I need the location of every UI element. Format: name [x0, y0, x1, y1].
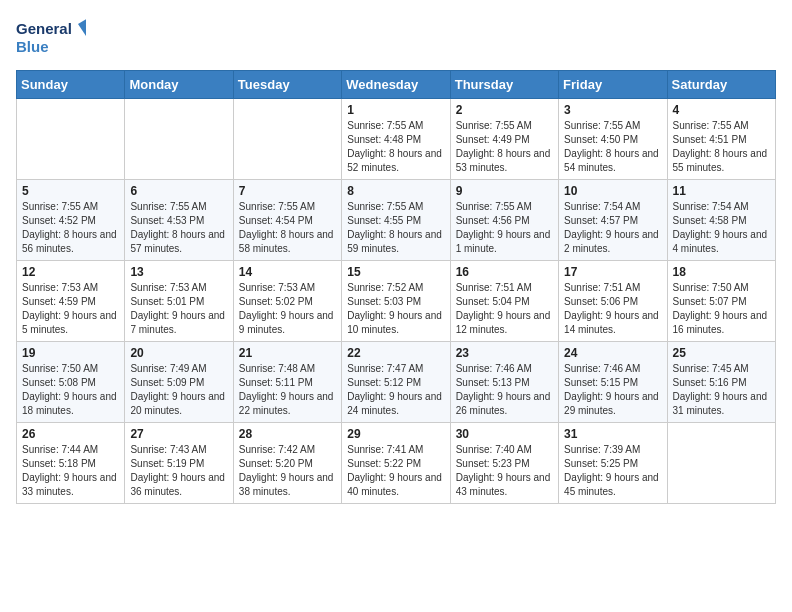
day-info: Sunrise: 7:55 AM Sunset: 4:50 PM Dayligh…	[564, 119, 661, 175]
day-number: 9	[456, 184, 553, 198]
day-info: Sunrise: 7:51 AM Sunset: 5:04 PM Dayligh…	[456, 281, 553, 337]
calendar-cell	[17, 99, 125, 180]
day-info: Sunrise: 7:51 AM Sunset: 5:06 PM Dayligh…	[564, 281, 661, 337]
calendar-cell: 22Sunrise: 7:47 AM Sunset: 5:12 PM Dayli…	[342, 342, 450, 423]
day-info: Sunrise: 7:49 AM Sunset: 5:09 PM Dayligh…	[130, 362, 227, 418]
day-number: 30	[456, 427, 553, 441]
calendar-cell: 19Sunrise: 7:50 AM Sunset: 5:08 PM Dayli…	[17, 342, 125, 423]
day-info: Sunrise: 7:41 AM Sunset: 5:22 PM Dayligh…	[347, 443, 444, 499]
logo-svg: General Blue	[16, 16, 86, 60]
day-info: Sunrise: 7:46 AM Sunset: 5:15 PM Dayligh…	[564, 362, 661, 418]
calendar-cell: 12Sunrise: 7:53 AM Sunset: 4:59 PM Dayli…	[17, 261, 125, 342]
day-info: Sunrise: 7:55 AM Sunset: 4:56 PM Dayligh…	[456, 200, 553, 256]
day-info: Sunrise: 7:53 AM Sunset: 4:59 PM Dayligh…	[22, 281, 119, 337]
page-header: General Blue	[16, 16, 776, 60]
day-number: 21	[239, 346, 336, 360]
day-number: 11	[673, 184, 770, 198]
day-info: Sunrise: 7:47 AM Sunset: 5:12 PM Dayligh…	[347, 362, 444, 418]
day-info: Sunrise: 7:46 AM Sunset: 5:13 PM Dayligh…	[456, 362, 553, 418]
calendar-cell: 1Sunrise: 7:55 AM Sunset: 4:48 PM Daylig…	[342, 99, 450, 180]
day-number: 22	[347, 346, 444, 360]
day-info: Sunrise: 7:43 AM Sunset: 5:19 PM Dayligh…	[130, 443, 227, 499]
calendar-week-row: 26Sunrise: 7:44 AM Sunset: 5:18 PM Dayli…	[17, 423, 776, 504]
day-of-week-header: Sunday	[17, 71, 125, 99]
calendar-cell	[233, 99, 341, 180]
day-info: Sunrise: 7:45 AM Sunset: 5:16 PM Dayligh…	[673, 362, 770, 418]
day-number: 1	[347, 103, 444, 117]
day-number: 29	[347, 427, 444, 441]
calendar-cell: 5Sunrise: 7:55 AM Sunset: 4:52 PM Daylig…	[17, 180, 125, 261]
calendar-week-row: 1Sunrise: 7:55 AM Sunset: 4:48 PM Daylig…	[17, 99, 776, 180]
svg-marker-2	[78, 18, 86, 36]
day-info: Sunrise: 7:40 AM Sunset: 5:23 PM Dayligh…	[456, 443, 553, 499]
day-number: 15	[347, 265, 444, 279]
day-info: Sunrise: 7:55 AM Sunset: 4:51 PM Dayligh…	[673, 119, 770, 175]
day-number: 4	[673, 103, 770, 117]
calendar-cell: 2Sunrise: 7:55 AM Sunset: 4:49 PM Daylig…	[450, 99, 558, 180]
day-number: 14	[239, 265, 336, 279]
day-of-week-header: Saturday	[667, 71, 775, 99]
day-number: 23	[456, 346, 553, 360]
calendar-cell	[125, 99, 233, 180]
calendar-week-row: 12Sunrise: 7:53 AM Sunset: 4:59 PM Dayli…	[17, 261, 776, 342]
day-of-week-header: Tuesday	[233, 71, 341, 99]
calendar-cell: 20Sunrise: 7:49 AM Sunset: 5:09 PM Dayli…	[125, 342, 233, 423]
calendar-cell: 3Sunrise: 7:55 AM Sunset: 4:50 PM Daylig…	[559, 99, 667, 180]
logo: General Blue	[16, 16, 86, 60]
calendar-cell: 16Sunrise: 7:51 AM Sunset: 5:04 PM Dayli…	[450, 261, 558, 342]
day-number: 5	[22, 184, 119, 198]
calendar-cell: 31Sunrise: 7:39 AM Sunset: 5:25 PM Dayli…	[559, 423, 667, 504]
day-number: 31	[564, 427, 661, 441]
day-info: Sunrise: 7:54 AM Sunset: 4:57 PM Dayligh…	[564, 200, 661, 256]
day-info: Sunrise: 7:55 AM Sunset: 4:53 PM Dayligh…	[130, 200, 227, 256]
calendar-cell: 7Sunrise: 7:55 AM Sunset: 4:54 PM Daylig…	[233, 180, 341, 261]
day-info: Sunrise: 7:55 AM Sunset: 4:48 PM Dayligh…	[347, 119, 444, 175]
day-number: 2	[456, 103, 553, 117]
day-number: 18	[673, 265, 770, 279]
day-info: Sunrise: 7:53 AM Sunset: 5:01 PM Dayligh…	[130, 281, 227, 337]
calendar-cell: 30Sunrise: 7:40 AM Sunset: 5:23 PM Dayli…	[450, 423, 558, 504]
day-info: Sunrise: 7:52 AM Sunset: 5:03 PM Dayligh…	[347, 281, 444, 337]
day-info: Sunrise: 7:44 AM Sunset: 5:18 PM Dayligh…	[22, 443, 119, 499]
day-info: Sunrise: 7:55 AM Sunset: 4:54 PM Dayligh…	[239, 200, 336, 256]
calendar-cell	[667, 423, 775, 504]
day-number: 25	[673, 346, 770, 360]
day-of-week-header: Friday	[559, 71, 667, 99]
calendar-cell: 18Sunrise: 7:50 AM Sunset: 5:07 PM Dayli…	[667, 261, 775, 342]
day-of-week-header: Thursday	[450, 71, 558, 99]
day-number: 6	[130, 184, 227, 198]
day-number: 13	[130, 265, 227, 279]
day-number: 16	[456, 265, 553, 279]
calendar-cell: 23Sunrise: 7:46 AM Sunset: 5:13 PM Dayli…	[450, 342, 558, 423]
day-number: 7	[239, 184, 336, 198]
calendar-cell: 9Sunrise: 7:55 AM Sunset: 4:56 PM Daylig…	[450, 180, 558, 261]
calendar-cell: 14Sunrise: 7:53 AM Sunset: 5:02 PM Dayli…	[233, 261, 341, 342]
calendar-cell: 28Sunrise: 7:42 AM Sunset: 5:20 PM Dayli…	[233, 423, 341, 504]
day-number: 3	[564, 103, 661, 117]
day-info: Sunrise: 7:39 AM Sunset: 5:25 PM Dayligh…	[564, 443, 661, 499]
calendar-cell: 26Sunrise: 7:44 AM Sunset: 5:18 PM Dayli…	[17, 423, 125, 504]
calendar-cell: 17Sunrise: 7:51 AM Sunset: 5:06 PM Dayli…	[559, 261, 667, 342]
day-of-week-header: Monday	[125, 71, 233, 99]
day-of-week-header: Wednesday	[342, 71, 450, 99]
day-number: 28	[239, 427, 336, 441]
calendar-cell: 21Sunrise: 7:48 AM Sunset: 5:11 PM Dayli…	[233, 342, 341, 423]
day-info: Sunrise: 7:54 AM Sunset: 4:58 PM Dayligh…	[673, 200, 770, 256]
svg-text:General: General	[16, 20, 72, 37]
calendar-week-row: 19Sunrise: 7:50 AM Sunset: 5:08 PM Dayli…	[17, 342, 776, 423]
day-info: Sunrise: 7:53 AM Sunset: 5:02 PM Dayligh…	[239, 281, 336, 337]
day-number: 26	[22, 427, 119, 441]
day-info: Sunrise: 7:48 AM Sunset: 5:11 PM Dayligh…	[239, 362, 336, 418]
day-number: 20	[130, 346, 227, 360]
day-number: 8	[347, 184, 444, 198]
calendar-cell: 6Sunrise: 7:55 AM Sunset: 4:53 PM Daylig…	[125, 180, 233, 261]
day-number: 17	[564, 265, 661, 279]
day-number: 19	[22, 346, 119, 360]
calendar-header-row: SundayMondayTuesdayWednesdayThursdayFrid…	[17, 71, 776, 99]
calendar-table: SundayMondayTuesdayWednesdayThursdayFrid…	[16, 70, 776, 504]
calendar-cell: 10Sunrise: 7:54 AM Sunset: 4:57 PM Dayli…	[559, 180, 667, 261]
day-number: 12	[22, 265, 119, 279]
day-info: Sunrise: 7:55 AM Sunset: 4:52 PM Dayligh…	[22, 200, 119, 256]
calendar-cell: 27Sunrise: 7:43 AM Sunset: 5:19 PM Dayli…	[125, 423, 233, 504]
day-info: Sunrise: 7:50 AM Sunset: 5:07 PM Dayligh…	[673, 281, 770, 337]
